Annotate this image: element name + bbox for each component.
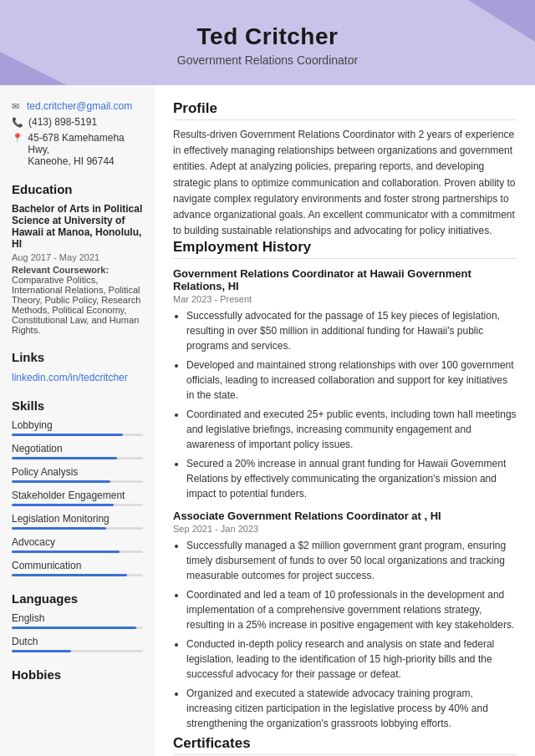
location-icon: 📍 [12, 133, 23, 144]
contact-section: ✉ ted.critcher@gmail.com 📞 (413) 898-519… [12, 100, 143, 167]
coursework-text: Comparative Politics, International Rela… [12, 275, 140, 335]
bullet-item: Organized and executed a statewide advoc… [186, 686, 517, 731]
skill-item: Lobbying [12, 419, 143, 436]
skill-label: Lobbying [12, 419, 143, 431]
bullet-item: Coordinated and executed 25+ public even… [186, 407, 517, 452]
skill-label: Stakeholder Engagement [12, 490, 143, 501]
languages-list: English Dutch [12, 612, 143, 652]
job-dates: Mar 2023 - Present [173, 294, 517, 304]
skill-bar-fill [12, 574, 127, 576]
skill-bar-fill [12, 457, 117, 459]
job-bullets: Successfully managed a $2 million govern… [173, 538, 517, 731]
language-item: English [12, 612, 143, 629]
profile-text: Results-driven Government Relations Coor… [173, 127, 517, 239]
lang-bar-fill [12, 627, 136, 629]
skill-bar-fill [12, 551, 120, 553]
skill-item: Advocacy [12, 536, 143, 553]
languages-title: Languages [12, 591, 143, 606]
skill-bar-fill [12, 527, 106, 530]
edu-coursework: Relevant Coursework: Comparative Politic… [12, 265, 143, 335]
contact-phone: 📞 (413) 898-5191 [12, 116, 143, 128]
email-link[interactable]: ted.critcher@gmail.com [27, 100, 132, 112]
skill-label: Legislation Monitoring [12, 513, 143, 525]
email-icon: ✉ [12, 101, 22, 112]
skill-label: Communication [12, 560, 143, 571]
skill-item: Policy Analysis [12, 466, 143, 483]
header: Ted Critcher Government Relations Coordi… [0, 0, 535, 85]
skill-bar-bg [12, 504, 143, 506]
linkedin-link[interactable]: linkedin.com/in/tedcritcher [12, 372, 128, 383]
profile-section: Profile Results-driven Government Relati… [173, 100, 517, 239]
job-dates: Sep 2021 - Jan 2023 [173, 524, 517, 534]
profile-heading: Profile [173, 100, 517, 120]
languages-section: Languages English Dutch [12, 591, 143, 652]
jobs-list: Government Relations Coordinator at Hawa… [173, 267, 517, 731]
lang-label: English [12, 612, 143, 624]
skill-item: Stakeholder Engagement [12, 490, 143, 506]
skill-label: Negotiation [12, 443, 143, 454]
education-section: Education Bachelor of Arts in Political … [12, 182, 143, 335]
phone-icon: 📞 [12, 117, 23, 128]
lang-bar-fill [12, 650, 71, 652]
skills-section: Skills Lobbying Negotiation Policy Analy… [12, 398, 143, 576]
phone-number: (413) 898-5191 [28, 116, 97, 128]
edu-degree: Bachelor of Arts in Political Science at… [12, 203, 143, 250]
skill-label: Advocacy [12, 536, 143, 548]
linkedin-item: linkedin.com/in/tedcritcher [12, 371, 143, 383]
hobbies-title: Hobbies [12, 667, 143, 682]
header-deco-right [468, 0, 535, 42]
address-text: 45-678 Kamehameha Hwy, Kaneohe, HI 96744 [28, 132, 143, 167]
skill-bar-bg [12, 551, 143, 553]
header-deco-left [0, 52, 67, 85]
address-line2: Kaneohe, HI 96744 [28, 155, 114, 167]
skill-bar-bg [12, 527, 143, 530]
body-wrap: ✉ ted.critcher@gmail.com 📞 (413) 898-519… [0, 85, 535, 756]
bullet-item: Coordinated and led a team of 10 profess… [186, 587, 517, 632]
skills-list: Lobbying Negotiation Policy Analysis Sta… [12, 419, 143, 576]
skill-label: Policy Analysis [12, 466, 143, 478]
main-content: Profile Results-driven Government Relati… [155, 85, 535, 756]
skill-bar-bg [12, 574, 143, 576]
skill-item: Negotiation [12, 443, 143, 459]
employment-section: Employment History Government Relations … [173, 239, 517, 731]
lang-bar-bg [12, 650, 143, 652]
skill-item: Legislation Monitoring [12, 513, 143, 530]
job-bullets: Successfully advocated for the passage o… [173, 308, 517, 501]
bullet-item: Successfully advocated for the passage o… [186, 308, 517, 353]
education-title: Education [12, 182, 143, 196]
contact-address: 📍 45-678 Kamehameha Hwy, Kaneohe, HI 967… [12, 132, 143, 167]
bullet-item: Developed and maintained strong relation… [186, 358, 517, 403]
skill-bar-fill [12, 504, 114, 506]
address-line1: 45-678 Kamehameha Hwy, [28, 132, 124, 155]
job-entry: Associate Government Relations Coordinat… [173, 510, 517, 731]
language-item: Dutch [12, 636, 143, 652]
skills-title: Skills [12, 398, 143, 413]
bullet-item: Conducted in-depth policy research and a… [186, 637, 517, 682]
skill-bar-bg [12, 480, 143, 483]
lang-label: Dutch [12, 636, 143, 647]
skill-bar-fill [12, 434, 123, 436]
sidebar: ✉ ted.critcher@gmail.com 📞 (413) 898-519… [0, 85, 155, 756]
bullet-item: Successfully managed a $2 million govern… [186, 538, 517, 583]
hobbies-section: Hobbies [12, 667, 143, 682]
job-title: Associate Government Relations Coordinat… [173, 510, 517, 522]
skill-bar-fill [12, 480, 110, 483]
certificates-heading: Certificates [173, 735, 517, 755]
lang-bar-bg [12, 627, 143, 629]
bullet-item: Secured a 20% increase in annual grant f… [186, 456, 517, 501]
edu-dates: Aug 2017 - May 2021 [12, 252, 143, 262]
job-entry: Government Relations Coordinator at Hawa… [173, 267, 517, 501]
candidate-name: Ted Critcher [17, 23, 518, 50]
skill-bar-bg [12, 434, 143, 436]
skill-item: Communication [12, 560, 143, 576]
links-section: Links linkedin.com/in/tedcritcher [12, 350, 143, 383]
certificates-section: Certificates Certified Government Relati… [173, 735, 517, 756]
skill-bar-bg [12, 457, 143, 459]
employment-heading: Employment History [173, 239, 517, 259]
links-title: Links [12, 350, 143, 364]
job-title: Government Relations Coordinator at Hawa… [173, 267, 517, 292]
candidate-title: Government Relations Coordinator [17, 53, 518, 67]
contact-email: ✉ ted.critcher@gmail.com [12, 100, 143, 112]
